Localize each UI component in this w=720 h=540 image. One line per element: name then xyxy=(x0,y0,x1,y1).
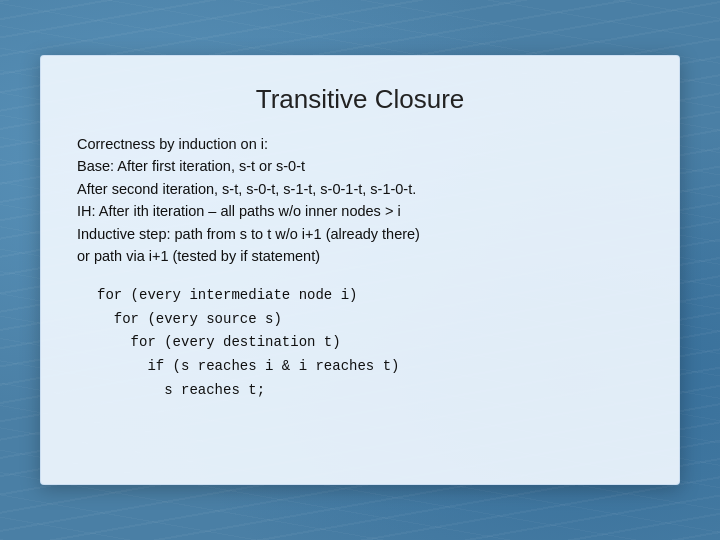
slide-title: Transitive Closure xyxy=(77,84,643,115)
code-line-3: for (every destination t) xyxy=(97,331,643,355)
slide-container: Transitive Closure Correctness by induct… xyxy=(40,55,680,485)
prose-line-6: or path via i+1 (tested by if statement) xyxy=(77,245,643,267)
prose-line-3: After second iteration, s-t, s-0-t, s-1-… xyxy=(77,178,643,200)
code-line-4: if (s reaches i & i reaches t) xyxy=(97,355,643,379)
code-line-5: s reaches t; xyxy=(97,379,643,403)
prose-block: Correctness by induction on i: Base: Aft… xyxy=(77,133,643,268)
prose-line-1: Correctness by induction on i: xyxy=(77,133,643,155)
prose-line-2: Base: After first iteration, s-t or s-0-… xyxy=(77,155,643,177)
prose-line-5: Inductive step: path from s to t w/o i+1… xyxy=(77,223,643,245)
code-line-2: for (every source s) xyxy=(97,308,643,332)
code-block: for (every intermediate node i) for (eve… xyxy=(77,284,643,403)
code-line-1: for (every intermediate node i) xyxy=(97,284,643,308)
prose-line-4: IH: After ith iteration – all paths w/o … xyxy=(77,200,643,222)
